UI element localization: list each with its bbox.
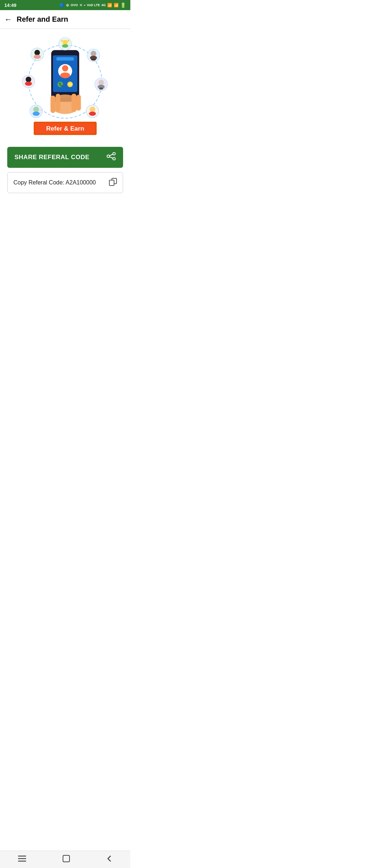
svg-point-40 <box>33 112 39 116</box>
svg-text:✉: ✉ <box>69 82 72 86</box>
notification-icon: 🔵 <box>59 3 64 8</box>
svg-point-19 <box>63 40 68 45</box>
svg-rect-15 <box>76 95 81 110</box>
wifi-icon: ✕ <box>79 3 83 8</box>
svg-line-55 <box>109 154 113 156</box>
svg-point-20 <box>62 44 68 48</box>
refer-earn-svg: 📞 ✉ <box>14 36 116 137</box>
dot-icon: • <box>84 3 85 7</box>
share-button-label: SHARE REFERAL CODE <box>14 154 89 161</box>
status-bar: 14:49 🔵 ⊕ OVO ✕ • VoD LTE 4G 📶 📶 🔋 <box>0 0 130 10</box>
copy-code-text: Copy Referal Code: A2A100000 <box>13 179 96 186</box>
svg-rect-14 <box>56 94 60 112</box>
svg-point-27 <box>91 59 96 61</box>
data-saver-icon: ⊕ <box>66 3 69 8</box>
svg-text:📞: 📞 <box>59 82 64 87</box>
svg-rect-16 <box>71 94 76 112</box>
svg-point-21 <box>61 40 63 42</box>
battery-icon: 🔋 <box>120 3 126 8</box>
svg-point-22 <box>67 40 70 42</box>
svg-point-6 <box>60 72 70 78</box>
app-bar: ← Refer and Earn <box>0 10 130 29</box>
svg-point-53 <box>113 158 115 160</box>
svg-point-52 <box>113 153 115 155</box>
back-button[interactable]: ← <box>4 15 12 24</box>
svg-point-36 <box>89 112 96 116</box>
copy-code-box[interactable]: Copy Referal Code: A2A100000 <box>7 172 123 193</box>
page-title: Refer and Earn <box>17 15 68 24</box>
svg-line-56 <box>109 157 113 158</box>
svg-point-48 <box>34 55 41 59</box>
svg-text:Refer & Earn: Refer & Earn <box>46 125 84 132</box>
svg-rect-3 <box>56 57 74 61</box>
svg-point-5 <box>62 65 68 71</box>
svg-point-47 <box>34 50 40 55</box>
svg-point-39 <box>33 107 39 112</box>
copy-icon[interactable] <box>109 178 117 188</box>
svg-point-30 <box>98 80 104 85</box>
svg-rect-13 <box>50 95 55 113</box>
share-icon <box>106 152 116 162</box>
signal-4g-icon: 4G <box>101 3 106 7</box>
signal-bars2-icon: 📶 <box>114 3 119 8</box>
status-time: 14:49 <box>4 3 16 8</box>
svg-point-54 <box>107 155 110 158</box>
hero-section: 📞 ✉ <box>0 29 130 141</box>
action-section: SHARE REFERAL CODE Copy Referal Code: A2… <box>0 141 130 199</box>
svg-point-44 <box>25 82 32 86</box>
svg-rect-58 <box>109 180 114 186</box>
ovo-icon: OVO <box>71 3 78 7</box>
svg-point-32 <box>99 88 104 90</box>
svg-point-25 <box>91 51 96 56</box>
volte-icon: VoD LTE <box>87 3 100 7</box>
share-referral-button[interactable]: SHARE REFERAL CODE <box>7 147 123 168</box>
signal-bars-icon: 📶 <box>107 3 112 8</box>
hero-illustration: 📞 ✉ <box>14 36 116 137</box>
svg-point-43 <box>26 77 31 82</box>
svg-point-35 <box>90 107 95 112</box>
status-icons: 🔵 ⊕ OVO ✕ • VoD LTE 4G 📶 📶 🔋 <box>59 3 126 8</box>
